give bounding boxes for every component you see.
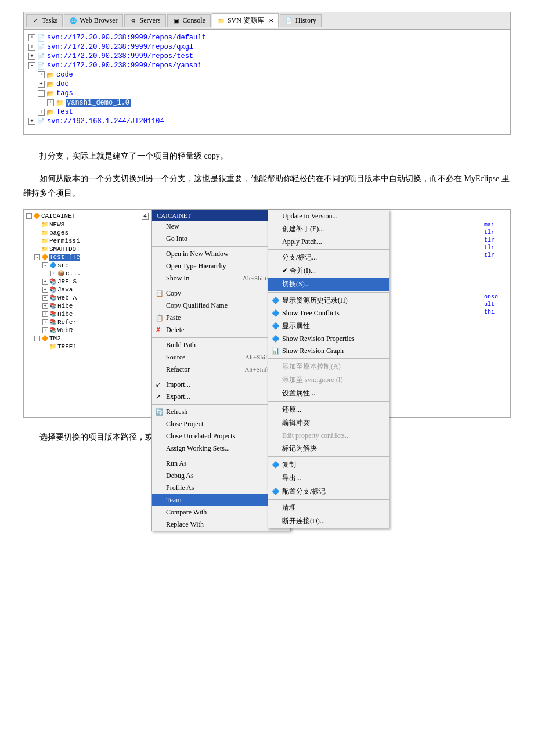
pt-row-weba[interactable]: + 📚 Web A bbox=[42, 294, 149, 302]
pt-toggle[interactable]: + bbox=[42, 311, 48, 317]
ctx-item-merge[interactable]: ✔ 合并(I)... bbox=[268, 264, 389, 278]
ide-panel: www.doc3.com - 🔶 CAICAINET 4 📁 NEWS 📁 pa… bbox=[23, 209, 511, 418]
ctx-item-update-version[interactable]: Update to Version... bbox=[268, 210, 389, 222]
tab-history[interactable]: 📄 History bbox=[280, 14, 322, 27]
pt-row-refer[interactable]: + 📚 Refer bbox=[42, 318, 149, 326]
tree-row[interactable]: + 📂 doc bbox=[38, 80, 506, 89]
paragraph-2: 如何从版本的一个分支切换到另一个分支，这也是很重要，他能帮助你轻松的在不同的项目… bbox=[23, 171, 511, 200]
pt-label-selected: Test [Te bbox=[49, 254, 80, 261]
pt-toggle[interactable]: + bbox=[42, 319, 48, 325]
ctx-item-show-history[interactable]: 🔷 显示资源历史记录(H) bbox=[268, 294, 389, 307]
pt-toggle[interactable]: + bbox=[42, 287, 48, 293]
ctx-item-add-vc[interactable]: 添加至原本控制(A) bbox=[268, 360, 389, 373]
ctx-item-revert[interactable]: 还原... bbox=[268, 403, 389, 416]
ctx-item-show-revision-graph[interactable]: 📊 Show Revision Graph bbox=[268, 345, 389, 357]
tree-toggle[interactable]: + bbox=[38, 71, 45, 78]
tree-row[interactable]: + 📂 code bbox=[38, 70, 506, 80]
tree-row[interactable]: + 📄 svn://172.20.90.238:9999/repos/test bbox=[28, 52, 506, 61]
ctx-item-cleanup[interactable]: 清理 bbox=[268, 501, 389, 514]
tree-row[interactable]: + 📄 svn://192.168.1.244/JT201104 bbox=[28, 117, 506, 126]
tree-toggle[interactable]: + bbox=[38, 109, 45, 116]
ctx-label: Close Unrelated Projects bbox=[166, 432, 235, 441]
tab-close-icon[interactable]: ✕ bbox=[269, 17, 273, 24]
pt-row-smartdot[interactable]: 📁 SMARTDOT bbox=[34, 245, 149, 253]
ctx-label: Go Into bbox=[166, 235, 187, 243]
delete-icon: ✗ bbox=[156, 326, 161, 334]
tab-console[interactable]: ▣ Console bbox=[167, 14, 211, 27]
folder-icon: 📁 bbox=[41, 237, 48, 244]
tree-row[interactable]: + 📁 yanshi_demo_1.0 bbox=[47, 98, 506, 107]
ctx-item-show-revision-props[interactable]: 🔷 Show Revision Properties bbox=[268, 333, 389, 345]
ctx-item-config-branch[interactable]: 🔷 配置分支/标记 bbox=[268, 485, 389, 498]
ctx-item-create-patch[interactable]: 创建补丁(E)... bbox=[268, 222, 389, 236]
tree-row[interactable]: + 📂 Test bbox=[38, 107, 506, 117]
pt-row-java[interactable]: + 📚 Java bbox=[42, 286, 149, 294]
pt-row-pages[interactable]: 📁 pages bbox=[34, 229, 149, 237]
pt-row-hibe2[interactable]: + 📚 Hibe bbox=[42, 310, 149, 318]
pt-row-news[interactable]: 📁 NEWS bbox=[34, 221, 149, 229]
tab-web-browser[interactable]: 🌐 Web Browser bbox=[64, 14, 122, 27]
ctx-label: 断开连接(D)... bbox=[282, 516, 325, 526]
ctx-item-add-svnignore[interactable]: 添加至 svn:ignore (I) bbox=[268, 373, 389, 387]
tab-tasks[interactable]: ✓ Tasks bbox=[26, 14, 63, 27]
pt-toggle[interactable]: + bbox=[42, 303, 48, 309]
tree-toggle[interactable]: - bbox=[28, 62, 35, 69]
pt-row-hibe1[interactable]: + 📚 Hibe bbox=[42, 302, 149, 310]
ctx-item-apply-patch[interactable]: Apply Patch... bbox=[268, 236, 389, 248]
tree-row[interactable]: + 📄 svn://172.20.90.238:9999/repos/defau… bbox=[28, 33, 506, 42]
pt-toggle[interactable]: + bbox=[42, 295, 48, 301]
ctx-item-export2[interactable]: 导出... bbox=[268, 471, 389, 485]
ctx-item-switch[interactable]: 切换(S)... bbox=[268, 278, 389, 291]
pt-row-caicainet[interactable]: - 🔶 CAICAINET 4 bbox=[26, 212, 149, 221]
tree-toggle[interactable]: + bbox=[38, 81, 45, 88]
history-icon: 📄 bbox=[285, 17, 293, 25]
pt-toggle[interactable]: - bbox=[42, 262, 48, 268]
ctx-item-show-props[interactable]: 🔷 显示属性 bbox=[268, 319, 389, 333]
tab-svn-repo[interactable]: 📁 SVN 资源库 ✕ bbox=[212, 13, 279, 28]
pt-row-jre[interactable]: + 📚 JRE S bbox=[42, 278, 149, 286]
pt-row-tree1[interactable]: 📁 TREE1 bbox=[42, 343, 149, 351]
tab-servers[interactable]: ⚙ Servers bbox=[124, 14, 166, 27]
ctx-item-edit-prop-conflicts[interactable]: Edit property conflicts... bbox=[268, 430, 389, 442]
pt-toggle[interactable]: + bbox=[50, 271, 56, 276]
ctx-item-branch-tag[interactable]: 分支/标记... bbox=[268, 251, 389, 264]
pt-toggle[interactable]: + bbox=[42, 279, 48, 285]
ctx-label: Delete bbox=[166, 326, 184, 334]
pt-row-src[interactable]: - 🔷 src bbox=[42, 261, 149, 269]
file-icon: 📄 bbox=[37, 53, 45, 60]
pt-row-pkg[interactable]: + 📦 c... bbox=[50, 269, 149, 278]
pt-row-permissi[interactable]: 📁 Permissi bbox=[34, 237, 149, 245]
ctx-label: Show Revision Graph bbox=[282, 347, 344, 355]
file-icon: 📄 bbox=[37, 118, 45, 125]
pt-row-tm2[interactable]: - 🔶 TM2 bbox=[34, 334, 149, 343]
ctx-item-mark-resolved[interactable]: 标记为解决 bbox=[268, 442, 389, 455]
ctx-item-show-tree-conflicts[interactable]: 🔷 Show Tree Conflicts bbox=[268, 307, 389, 319]
ctx-item-copy2[interactable]: 🔷 复制 bbox=[268, 458, 389, 471]
svn-panel: ✓ Tasks 🌐 Web Browser ⚙ Servers ▣ Consol… bbox=[23, 12, 511, 135]
tree-toggle[interactable]: + bbox=[28, 53, 35, 60]
tree-toggle[interactable]: + bbox=[28, 44, 35, 51]
folder-icon: 📁 bbox=[41, 246, 48, 253]
pt-toggle[interactable]: - bbox=[26, 213, 32, 219]
tree-toggle[interactable]: + bbox=[28, 118, 35, 125]
tree-label: svn://172.20.90.238:9999/repos/test bbox=[47, 52, 193, 60]
tab-console-label: Console bbox=[183, 16, 205, 25]
tree-toggle[interactable]: - bbox=[38, 90, 45, 97]
file-icon: 📄 bbox=[37, 44, 45, 51]
pt-toggle[interactable]: + bbox=[42, 327, 48, 333]
ctx-item-edit-conflicts[interactable]: 编辑冲突 bbox=[268, 416, 389, 430]
tree-toggle[interactable]: + bbox=[28, 34, 35, 41]
ctx-label: Show Tree Conflicts bbox=[282, 309, 340, 318]
tree-row[interactable]: + 📄 svn://172.20.90.238:9999/repos/qxgl bbox=[28, 42, 506, 52]
ctx-item-disconnect[interactable]: 断开连接(D)... bbox=[268, 514, 389, 528]
pt-row-test[interactable]: - 🔶 Test [Te bbox=[34, 253, 149, 261]
tree-row[interactable]: - 📂 tags bbox=[38, 89, 506, 98]
tree-row[interactable]: - 📄 svn://172.20.90.238:9999/repos/yansh… bbox=[28, 61, 506, 70]
ctx-label: 添加至 svn:ignore (I) bbox=[282, 375, 343, 385]
pt-label: TREE1 bbox=[57, 343, 77, 350]
tree-toggle[interactable]: + bbox=[47, 99, 54, 106]
pt-row-webr[interactable]: + 📚 WebR bbox=[42, 326, 149, 334]
pt-toggle[interactable]: - bbox=[34, 336, 40, 341]
ctx-item-set-props[interactable]: 设置属性... bbox=[268, 387, 389, 400]
pt-toggle[interactable]: - bbox=[34, 254, 40, 260]
